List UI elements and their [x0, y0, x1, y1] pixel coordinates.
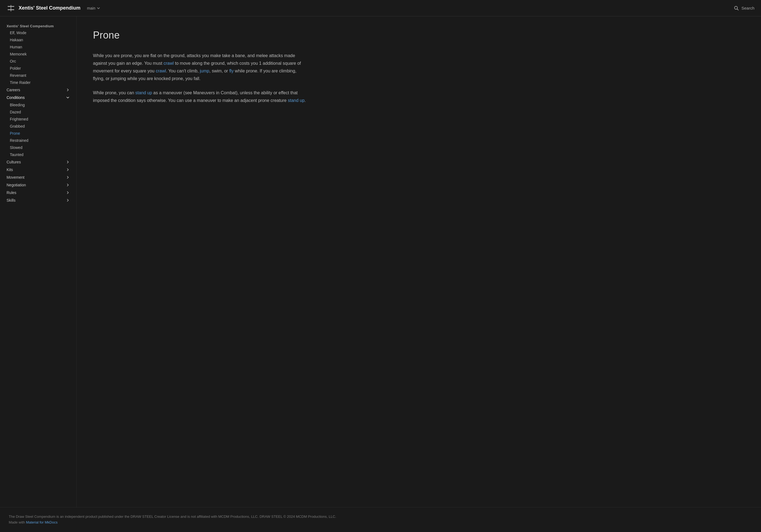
sidebar-item-time-raider[interactable]: Time Raider — [0, 79, 76, 86]
svg-rect-1 — [11, 5, 11, 12]
jump-link[interactable]: jump — [200, 69, 209, 73]
sidebar-item-prone[interactable]: Prone — [0, 130, 76, 137]
footer: The Draw Steel Compendium is an independ… — [0, 507, 761, 532]
search-button[interactable]: Search — [733, 5, 754, 11]
chevron-right-icon — [66, 191, 70, 194]
sidebar-item-revenant[interactable]: Revenant — [0, 72, 76, 79]
sidebar-item-slowed[interactable]: Slowed — [0, 144, 76, 151]
sidebar-item-human[interactable]: Human — [0, 43, 76, 51]
search-icon — [733, 5, 739, 11]
chevron-right-icon — [66, 160, 70, 164]
site-title: Xentis' Steel Compendium — [19, 5, 81, 11]
chevron-right-icon — [66, 88, 70, 92]
search-label: Search — [741, 6, 754, 10]
sidebar-item-restrained[interactable]: Restrained — [0, 137, 76, 144]
sidebar-item-hakaan[interactable]: Hakaan — [0, 36, 76, 43]
sidebar-item-bleeding[interactable]: Bleeding — [0, 101, 76, 108]
crawl-link-2[interactable]: crawl — [155, 69, 166, 73]
chevron-down-icon — [66, 96, 70, 99]
sidebar-item-polder[interactable]: Polder — [0, 65, 76, 72]
main-content: Prone While you are prone, you are flat … — [77, 16, 323, 507]
top-navigation: Xentis' Steel Compendium main Search — [0, 0, 761, 16]
sidebar-item-dazed[interactable]: Dazed — [0, 108, 76, 116]
branch-label: main — [87, 6, 95, 10]
branch-selector[interactable]: main — [87, 6, 100, 10]
material-mkdocs-link[interactable]: Material for MkDocs — [26, 520, 58, 524]
chevron-right-icon — [66, 183, 70, 187]
sidebar-item-memonek[interactable]: Memonek — [0, 51, 76, 58]
sidebar-item-frightened[interactable]: Frightened — [0, 116, 76, 123]
sidebar-section-careers[interactable]: Careers — [0, 86, 76, 94]
paragraph-2: While prone, you can stand up as a maneu… — [93, 89, 306, 104]
sidebar-section-negotiation[interactable]: Negotiation — [0, 181, 76, 189]
sidebar-section-conditions[interactable]: Conditions — [0, 94, 76, 101]
chevron-right-icon — [66, 198, 70, 202]
content-body: While you are prone, you are flat on the… — [93, 52, 306, 104]
chevron-right-icon — [66, 168, 70, 172]
paragraph-1: While you are prone, you are flat on the… — [93, 52, 306, 82]
svg-line-4 — [737, 9, 738, 10]
sidebar-section-rules[interactable]: Rules — [0, 189, 76, 196]
sidebar-section-kits[interactable]: Kits — [0, 166, 76, 174]
sidebar-section-movement[interactable]: Movement — [0, 174, 76, 181]
svg-rect-2 — [8, 9, 14, 10]
footer-made-with-label: Made with — [9, 520, 26, 524]
sidebar-item-taunted[interactable]: Taunted — [0, 151, 76, 158]
footer-made-with: Made with Material for MkDocs — [9, 520, 752, 525]
sidebar-section-cultures[interactable]: Cultures — [0, 158, 76, 166]
sidebar-item-elf-wode[interactable]: Elf, Wode — [0, 29, 76, 36]
crawl-link-1[interactable]: crawl — [163, 61, 174, 66]
sidebar-section-skills[interactable]: Skills — [0, 196, 76, 204]
sidebar-item-orc[interactable]: Orc — [0, 58, 76, 65]
sidebar-item-grabbed[interactable]: Grabbed — [0, 123, 76, 130]
stand-up-link-2[interactable]: stand up — [288, 98, 304, 103]
page-title: Prone — [93, 29, 306, 41]
fly-link[interactable]: fly — [229, 69, 234, 73]
footer-text: The Draw Steel Compendium is an independ… — [9, 514, 752, 520]
chevron-down-icon — [96, 6, 100, 10]
logo-icon — [7, 4, 15, 13]
chevron-right-icon — [66, 176, 70, 179]
sidebar-root-label: Xentis' Steel Compendium — [0, 22, 76, 29]
site-logo[interactable]: Xentis' Steel Compendium — [7, 4, 81, 13]
stand-up-link-1[interactable]: stand up — [135, 90, 152, 95]
sidebar: Xentis' Steel Compendium Elf, Wode Hakaa… — [0, 16, 77, 507]
